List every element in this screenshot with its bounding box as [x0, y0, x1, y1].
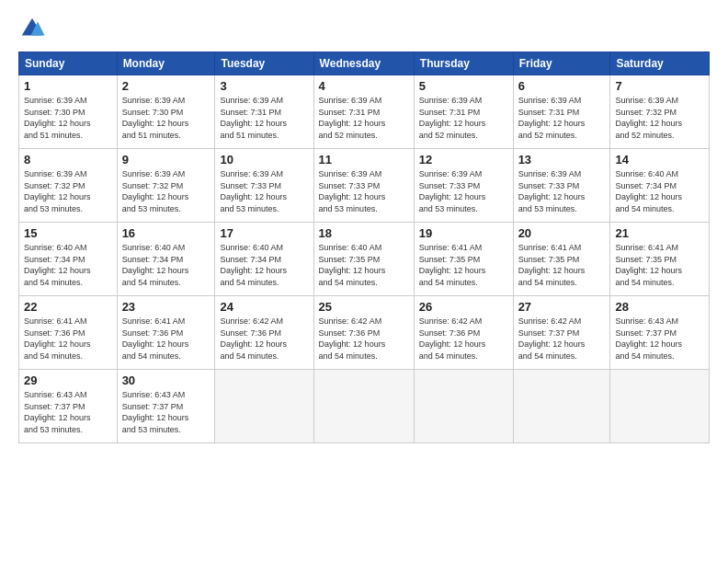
col-header-sunday: Sunday	[19, 52, 118, 75]
day-number: 29	[24, 373, 112, 387]
day-number: 19	[419, 226, 508, 240]
day-info: Sunrise: 6:39 AMSunset: 7:32 PMDaylight:…	[122, 169, 189, 213]
header-row: SundayMondayTuesdayWednesdayThursdayFrid…	[19, 52, 710, 75]
col-header-thursday: Thursday	[414, 52, 513, 75]
day-number: 2	[122, 79, 210, 93]
day-cell: 30 Sunrise: 6:43 AMSunset: 7:37 PMDaylig…	[117, 370, 215, 443]
day-cell: 9 Sunrise: 6:39 AMSunset: 7:32 PMDayligh…	[117, 149, 215, 223]
header	[18, 15, 710, 42]
day-number: 7	[615, 79, 704, 93]
day-info: Sunrise: 6:40 AMSunset: 7:35 PMDaylight:…	[319, 243, 386, 287]
day-cell: 29 Sunrise: 6:43 AMSunset: 7:37 PMDaylig…	[19, 370, 118, 443]
day-cell: 19 Sunrise: 6:41 AMSunset: 7:35 PMDaylig…	[414, 223, 513, 296]
day-number: 13	[518, 153, 606, 167]
day-info: Sunrise: 6:39 AMSunset: 7:31 PMDaylight:…	[419, 96, 486, 140]
day-cell: 3 Sunrise: 6:39 AMSunset: 7:31 PMDayligh…	[215, 75, 313, 149]
page: SundayMondayTuesdayWednesdayThursdayFrid…	[0, 0, 728, 563]
day-info: Sunrise: 6:41 AMSunset: 7:35 PMDaylight:…	[419, 243, 486, 287]
day-number: 15	[24, 226, 112, 240]
day-number: 17	[220, 226, 308, 240]
day-info: Sunrise: 6:40 AMSunset: 7:34 PMDaylight:…	[615, 169, 682, 213]
day-info: Sunrise: 6:43 AMSunset: 7:37 PMDaylight:…	[24, 390, 91, 434]
day-number: 20	[518, 226, 606, 240]
day-number: 26	[419, 300, 508, 314]
day-info: Sunrise: 6:39 AMSunset: 7:30 PMDaylight:…	[122, 96, 189, 140]
day-number: 25	[319, 300, 409, 314]
week-row-2: 8 Sunrise: 6:39 AMSunset: 7:32 PMDayligh…	[19, 149, 710, 223]
day-cell: 7 Sunrise: 6:39 AMSunset: 7:32 PMDayligh…	[610, 75, 710, 149]
day-cell: 15 Sunrise: 6:40 AMSunset: 7:34 PMDaylig…	[19, 223, 118, 296]
day-info: Sunrise: 6:39 AMSunset: 7:32 PMDaylight:…	[615, 96, 682, 140]
day-number: 11	[319, 153, 409, 167]
calendar-table: SundayMondayTuesdayWednesdayThursdayFrid…	[18, 52, 710, 443]
day-cell	[610, 370, 710, 443]
day-number: 28	[615, 300, 704, 314]
day-cell: 14 Sunrise: 6:40 AMSunset: 7:34 PMDaylig…	[610, 149, 710, 223]
day-cell: 25 Sunrise: 6:42 AMSunset: 7:36 PMDaylig…	[313, 296, 414, 370]
day-info: Sunrise: 6:41 AMSunset: 7:36 PMDaylight:…	[122, 316, 189, 361]
day-number: 9	[122, 153, 210, 167]
day-info: Sunrise: 6:43 AMSunset: 7:37 PMDaylight:…	[122, 390, 189, 434]
day-number: 8	[24, 153, 112, 167]
day-cell: 22 Sunrise: 6:41 AMSunset: 7:36 PMDaylig…	[19, 296, 118, 370]
day-info: Sunrise: 6:41 AMSunset: 7:35 PMDaylight:…	[518, 243, 586, 287]
day-info: Sunrise: 6:40 AMSunset: 7:34 PMDaylight:…	[220, 243, 287, 287]
col-header-wednesday: Wednesday	[313, 52, 414, 75]
day-cell: 20 Sunrise: 6:41 AMSunset: 7:35 PMDaylig…	[513, 223, 610, 296]
day-cell: 12 Sunrise: 6:39 AMSunset: 7:33 PMDaylig…	[414, 149, 513, 223]
day-number: 24	[220, 300, 308, 314]
day-number: 27	[518, 300, 606, 314]
day-info: Sunrise: 6:39 AMSunset: 7:33 PMDaylight:…	[518, 169, 586, 213]
day-cell: 26 Sunrise: 6:42 AMSunset: 7:36 PMDaylig…	[414, 296, 513, 370]
day-info: Sunrise: 6:39 AMSunset: 7:31 PMDaylight:…	[220, 96, 287, 140]
day-info: Sunrise: 6:42 AMSunset: 7:36 PMDaylight:…	[419, 316, 486, 361]
week-row-4: 22 Sunrise: 6:41 AMSunset: 7:36 PMDaylig…	[19, 296, 710, 370]
day-info: Sunrise: 6:39 AMSunset: 7:33 PMDaylight:…	[319, 169, 386, 213]
day-number: 21	[615, 226, 704, 240]
col-header-saturday: Saturday	[610, 52, 710, 75]
day-info: Sunrise: 6:39 AMSunset: 7:33 PMDaylight:…	[220, 169, 287, 213]
day-cell: 4 Sunrise: 6:39 AMSunset: 7:31 PMDayligh…	[313, 75, 414, 149]
day-number: 22	[24, 300, 112, 314]
day-cell: 16 Sunrise: 6:40 AMSunset: 7:34 PMDaylig…	[117, 223, 215, 296]
day-cell: 1 Sunrise: 6:39 AMSunset: 7:30 PMDayligh…	[19, 75, 118, 149]
day-cell	[513, 370, 610, 443]
day-info: Sunrise: 6:42 AMSunset: 7:36 PMDaylight:…	[319, 316, 386, 361]
col-header-tuesday: Tuesday	[215, 52, 313, 75]
day-info: Sunrise: 6:43 AMSunset: 7:37 PMDaylight:…	[615, 316, 682, 361]
day-cell	[414, 370, 513, 443]
day-cell: 10 Sunrise: 6:39 AMSunset: 7:33 PMDaylig…	[215, 149, 313, 223]
day-number: 10	[220, 153, 308, 167]
day-cell: 6 Sunrise: 6:39 AMSunset: 7:31 PMDayligh…	[513, 75, 610, 149]
day-number: 16	[122, 226, 210, 240]
day-number: 6	[518, 79, 606, 93]
day-cell: 17 Sunrise: 6:40 AMSunset: 7:34 PMDaylig…	[215, 223, 313, 296]
day-info: Sunrise: 6:39 AMSunset: 7:33 PMDaylight:…	[419, 169, 486, 213]
day-cell: 5 Sunrise: 6:39 AMSunset: 7:31 PMDayligh…	[414, 75, 513, 149]
day-info: Sunrise: 6:39 AMSunset: 7:32 PMDaylight:…	[24, 169, 91, 213]
day-cell: 18 Sunrise: 6:40 AMSunset: 7:35 PMDaylig…	[313, 223, 414, 296]
col-header-friday: Friday	[513, 52, 610, 75]
day-number: 30	[122, 373, 210, 387]
week-row-1: 1 Sunrise: 6:39 AMSunset: 7:30 PMDayligh…	[19, 75, 710, 149]
day-number: 1	[24, 79, 112, 93]
week-row-5: 29 Sunrise: 6:43 AMSunset: 7:37 PMDaylig…	[19, 370, 710, 443]
day-number: 23	[122, 300, 210, 314]
day-number: 4	[319, 79, 409, 93]
day-info: Sunrise: 6:40 AMSunset: 7:34 PMDaylight:…	[122, 243, 189, 287]
day-cell: 13 Sunrise: 6:39 AMSunset: 7:33 PMDaylig…	[513, 149, 610, 223]
day-info: Sunrise: 6:39 AMSunset: 7:31 PMDaylight:…	[319, 96, 386, 140]
day-cell: 23 Sunrise: 6:41 AMSunset: 7:36 PMDaylig…	[117, 296, 215, 370]
day-number: 5	[419, 79, 508, 93]
day-cell: 28 Sunrise: 6:43 AMSunset: 7:37 PMDaylig…	[610, 296, 710, 370]
week-row-3: 15 Sunrise: 6:40 AMSunset: 7:34 PMDaylig…	[19, 223, 710, 296]
day-info: Sunrise: 6:42 AMSunset: 7:37 PMDaylight:…	[518, 316, 586, 361]
day-cell: 8 Sunrise: 6:39 AMSunset: 7:32 PMDayligh…	[19, 149, 118, 223]
day-number: 18	[319, 226, 409, 240]
day-cell: 2 Sunrise: 6:39 AMSunset: 7:30 PMDayligh…	[117, 75, 215, 149]
logo	[18, 15, 50, 42]
day-info: Sunrise: 6:42 AMSunset: 7:36 PMDaylight:…	[220, 316, 287, 361]
day-info: Sunrise: 6:40 AMSunset: 7:34 PMDaylight:…	[24, 243, 91, 287]
day-info: Sunrise: 6:41 AMSunset: 7:36 PMDaylight:…	[24, 316, 91, 361]
day-cell: 27 Sunrise: 6:42 AMSunset: 7:37 PMDaylig…	[513, 296, 610, 370]
